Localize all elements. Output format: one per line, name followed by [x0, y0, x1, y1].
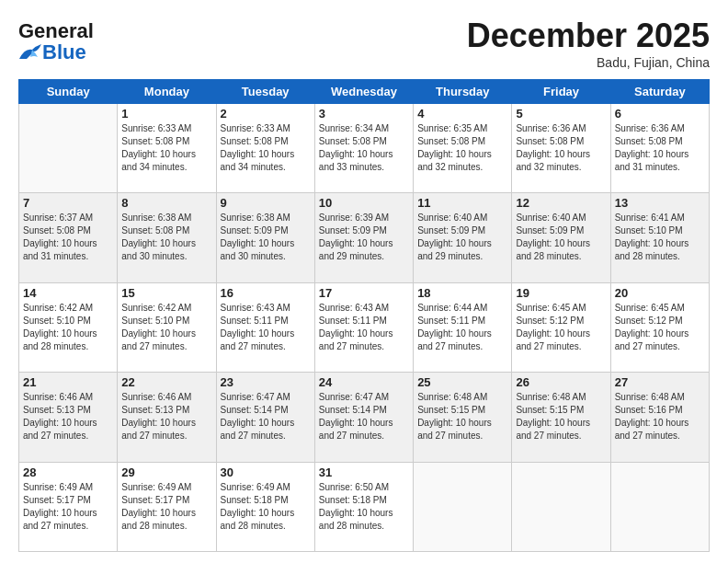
calendar-week-row: 14Sunrise: 6:42 AM Sunset: 5:10 PM Dayli… [19, 282, 710, 372]
day-number: 22 [121, 375, 211, 389]
calendar-day-cell: 27Sunrise: 6:48 AM Sunset: 5:16 PM Dayli… [610, 373, 709, 462]
day-info: Sunrise: 6:40 AM Sunset: 5:09 PM Dayligh… [516, 212, 606, 263]
calendar-day-cell: 21Sunrise: 6:46 AM Sunset: 5:13 PM Dayli… [19, 373, 118, 462]
day-info: Sunrise: 6:48 AM Sunset: 5:15 PM Dayligh… [417, 391, 507, 442]
calendar-day-cell: 4Sunrise: 6:35 AM Sunset: 5:08 PM Daylig… [414, 104, 512, 193]
day-number: 3 [319, 107, 409, 121]
day-number: 21 [23, 375, 113, 389]
day-info: Sunrise: 6:45 AM Sunset: 5:12 PM Dayligh… [516, 302, 606, 353]
day-info: Sunrise: 6:46 AM Sunset: 5:13 PM Dayligh… [23, 391, 113, 442]
day-number: 29 [121, 465, 211, 479]
calendar-day-cell: 10Sunrise: 6:39 AM Sunset: 5:09 PM Dayli… [314, 193, 413, 282]
day-number: 27 [615, 375, 705, 389]
calendar-day-header: Thursday [414, 80, 512, 104]
day-info: Sunrise: 6:41 AM Sunset: 5:10 PM Dayligh… [615, 212, 705, 263]
day-number: 30 [221, 465, 311, 479]
calendar-day-cell: 24Sunrise: 6:47 AM Sunset: 5:14 PM Dayli… [314, 373, 413, 462]
month-title: December 2025 [467, 17, 710, 55]
day-number: 31 [319, 465, 409, 479]
calendar-day-cell: 22Sunrise: 6:46 AM Sunset: 5:13 PM Dayli… [118, 373, 216, 462]
day-info: Sunrise: 6:36 AM Sunset: 5:08 PM Dayligh… [615, 122, 705, 174]
calendar-day-cell [19, 104, 118, 193]
day-info: Sunrise: 6:33 AM Sunset: 5:08 PM Dayligh… [121, 122, 211, 174]
header: General Blue December 2025 Badu, Fujian,… [18, 17, 710, 70]
calendar-day-cell: 18Sunrise: 6:44 AM Sunset: 5:11 PM Dayli… [414, 282, 512, 372]
day-info: Sunrise: 6:43 AM Sunset: 5:11 PM Dayligh… [319, 302, 409, 353]
calendar-day-cell: 13Sunrise: 6:41 AM Sunset: 5:10 PM Dayli… [610, 193, 709, 282]
day-number: 8 [121, 196, 211, 210]
calendar-header-row: SundayMondayTuesdayWednesdayThursdayFrid… [19, 80, 710, 104]
day-number: 9 [221, 196, 311, 210]
day-number: 25 [417, 375, 507, 389]
day-info: Sunrise: 6:44 AM Sunset: 5:11 PM Dayligh… [417, 302, 507, 353]
calendar-day-cell: 23Sunrise: 6:47 AM Sunset: 5:14 PM Dayli… [216, 373, 314, 462]
day-info: Sunrise: 6:42 AM Sunset: 5:10 PM Dayligh… [121, 302, 211, 353]
day-number: 23 [221, 375, 311, 389]
calendar-day-header: Wednesday [314, 80, 413, 104]
day-info: Sunrise: 6:39 AM Sunset: 5:09 PM Dayligh… [319, 212, 409, 263]
day-info: Sunrise: 6:38 AM Sunset: 5:08 PM Dayligh… [121, 212, 211, 263]
day-info: Sunrise: 6:49 AM Sunset: 5:17 PM Dayligh… [121, 481, 211, 533]
calendar-day-cell: 26Sunrise: 6:48 AM Sunset: 5:15 PM Dayli… [512, 373, 610, 462]
calendar-table: SundayMondayTuesdayWednesdayThursdayFrid… [18, 79, 710, 552]
day-info: Sunrise: 6:42 AM Sunset: 5:10 PM Dayligh… [23, 302, 113, 353]
calendar-day-cell: 12Sunrise: 6:40 AM Sunset: 5:09 PM Dayli… [512, 193, 610, 282]
location: Badu, Fujian, China [467, 55, 710, 70]
day-number: 19 [516, 286, 606, 300]
day-number: 20 [615, 286, 705, 300]
day-info: Sunrise: 6:47 AM Sunset: 5:14 PM Dayligh… [221, 391, 311, 442]
calendar-day-cell: 31Sunrise: 6:50 AM Sunset: 5:18 PM Dayli… [314, 462, 413, 551]
logo-blue-text2: Blue [42, 42, 86, 63]
calendar-day-cell [610, 462, 709, 551]
page: General Blue December 2025 Badu, Fujian,… [0, 0, 728, 563]
calendar-day-cell: 15Sunrise: 6:42 AM Sunset: 5:10 PM Dayli… [118, 282, 216, 372]
day-info: Sunrise: 6:47 AM Sunset: 5:14 PM Dayligh… [319, 391, 409, 442]
calendar-week-row: 28Sunrise: 6:49 AM Sunset: 5:17 PM Dayli… [19, 462, 710, 551]
calendar-day-cell: 3Sunrise: 6:34 AM Sunset: 5:08 PM Daylig… [314, 104, 413, 193]
calendar-week-row: 1Sunrise: 6:33 AM Sunset: 5:08 PM Daylig… [19, 104, 710, 193]
day-number: 5 [516, 107, 606, 121]
day-info: Sunrise: 6:50 AM Sunset: 5:18 PM Dayligh… [319, 481, 409, 533]
calendar-day-cell: 17Sunrise: 6:43 AM Sunset: 5:11 PM Dayli… [314, 282, 413, 372]
calendar-day-cell: 25Sunrise: 6:48 AM Sunset: 5:15 PM Dayli… [414, 373, 512, 462]
calendar-week-row: 7Sunrise: 6:37 AM Sunset: 5:08 PM Daylig… [19, 193, 710, 282]
day-info: Sunrise: 6:38 AM Sunset: 5:09 PM Dayligh… [221, 212, 311, 263]
day-info: Sunrise: 6:43 AM Sunset: 5:11 PM Dayligh… [221, 302, 311, 353]
day-number: 16 [221, 286, 311, 300]
day-info: Sunrise: 6:36 AM Sunset: 5:08 PM Dayligh… [516, 122, 606, 174]
day-number: 28 [23, 465, 113, 479]
day-number: 15 [121, 286, 211, 300]
calendar-day-cell: 20Sunrise: 6:45 AM Sunset: 5:12 PM Dayli… [610, 282, 709, 372]
calendar-day-header: Friday [512, 80, 610, 104]
day-number: 12 [516, 196, 606, 210]
day-number: 24 [319, 375, 409, 389]
day-number: 1 [121, 107, 211, 121]
calendar-day-header: Tuesday [216, 80, 314, 104]
logo-general-text: General [18, 19, 94, 42]
calendar-day-cell: 1Sunrise: 6:33 AM Sunset: 5:08 PM Daylig… [118, 104, 216, 193]
logo: General Blue [18, 20, 94, 63]
calendar-week-row: 21Sunrise: 6:46 AM Sunset: 5:13 PM Dayli… [19, 373, 710, 462]
day-number: 17 [319, 286, 409, 300]
day-number: 11 [417, 196, 507, 210]
calendar-day-cell: 7Sunrise: 6:37 AM Sunset: 5:08 PM Daylig… [19, 193, 118, 282]
day-number: 2 [221, 107, 311, 121]
day-number: 26 [516, 375, 606, 389]
day-info: Sunrise: 6:35 AM Sunset: 5:08 PM Dayligh… [417, 122, 507, 174]
calendar-day-cell [512, 462, 610, 551]
calendar-day-cell: 9Sunrise: 6:38 AM Sunset: 5:09 PM Daylig… [216, 193, 314, 282]
day-number: 6 [615, 107, 705, 121]
day-number: 14 [23, 286, 113, 300]
day-number: 13 [615, 196, 705, 210]
calendar-day-cell: 5Sunrise: 6:36 AM Sunset: 5:08 PM Daylig… [512, 104, 610, 193]
calendar-day-header: Saturday [610, 80, 709, 104]
calendar-day-cell: 19Sunrise: 6:45 AM Sunset: 5:12 PM Dayli… [512, 282, 610, 372]
day-info: Sunrise: 6:45 AM Sunset: 5:12 PM Dayligh… [615, 302, 705, 353]
title-block: December 2025 Badu, Fujian, China [467, 17, 710, 70]
day-info: Sunrise: 6:48 AM Sunset: 5:16 PM Dayligh… [615, 391, 705, 442]
calendar-day-cell: 11Sunrise: 6:40 AM Sunset: 5:09 PM Dayli… [414, 193, 512, 282]
day-number: 7 [23, 196, 113, 210]
calendar-day-cell: 2Sunrise: 6:33 AM Sunset: 5:08 PM Daylig… [216, 104, 314, 193]
calendar-day-cell: 16Sunrise: 6:43 AM Sunset: 5:11 PM Dayli… [216, 282, 314, 372]
day-number: 10 [319, 196, 409, 210]
